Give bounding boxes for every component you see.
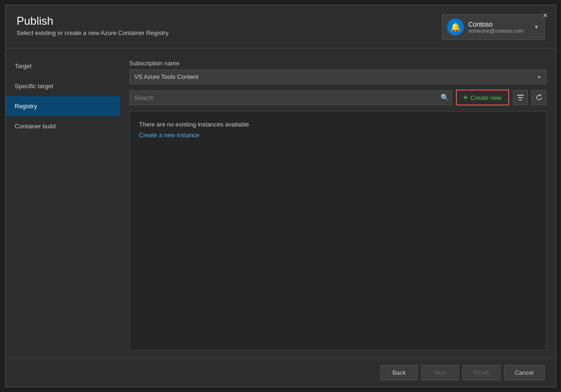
search-and-actions: 🔍 + Create new bbox=[129, 90, 547, 105]
footer: Back Next Finish Cancel bbox=[6, 358, 556, 387]
account-name: Contoso bbox=[469, 21, 529, 28]
svg-rect-1 bbox=[518, 97, 523, 98]
instances-panel: There are no existing instances availabl… bbox=[129, 111, 547, 350]
title-bar: Publish Select existing or create a new … bbox=[6, 5, 556, 44]
chevron-down-icon: ▼ bbox=[534, 24, 540, 30]
title-section: Publish Select existing or create a new … bbox=[17, 14, 169, 36]
sidebar-item-registry[interactable]: Registry bbox=[6, 96, 120, 116]
back-button[interactable]: Back bbox=[380, 365, 418, 380]
refresh-button[interactable] bbox=[532, 90, 547, 105]
search-icon-button[interactable]: 🔍 bbox=[440, 93, 449, 102]
svg-rect-2 bbox=[519, 99, 522, 100]
next-button[interactable]: Next bbox=[421, 365, 459, 380]
subscription-select[interactable]: VS Azure Tools Content bbox=[129, 70, 547, 84]
finish-button[interactable]: Finish bbox=[462, 365, 500, 380]
filter-button[interactable] bbox=[513, 90, 528, 105]
search-wrapper: 🔍 bbox=[129, 91, 452, 105]
plus-icon: + bbox=[463, 93, 468, 102]
no-instances-text: There are no existing instances availabl… bbox=[139, 121, 537, 128]
main-panel: Subscription name VS Azure Tools Content… bbox=[120, 52, 556, 358]
avatar: 🔔 bbox=[447, 19, 464, 35]
sidebar: Target Specific target Registry Containe… bbox=[6, 52, 120, 358]
sidebar-item-specific-target[interactable]: Specific target bbox=[6, 76, 120, 96]
account-info: Contoso someone@contoso.com bbox=[469, 21, 529, 34]
sidebar-item-container-build[interactable]: Container build bbox=[6, 116, 120, 136]
title-divider bbox=[6, 48, 556, 49]
subscription-label: Subscription name bbox=[129, 60, 547, 67]
cancel-button[interactable]: Cancel bbox=[504, 365, 544, 380]
publish-dialog: × Publish Select existing or create a ne… bbox=[5, 5, 556, 387]
account-email: someone@contoso.com bbox=[469, 28, 529, 34]
dialog-subtitle: Select existing or create a new Azure Co… bbox=[17, 29, 169, 36]
subscription-section: Subscription name VS Azure Tools Content bbox=[129, 60, 547, 84]
close-button[interactable]: × bbox=[539, 9, 552, 22]
content-area: Target Specific target Registry Containe… bbox=[6, 52, 556, 358]
svg-rect-0 bbox=[517, 95, 524, 96]
subscription-select-wrapper: VS Azure Tools Content bbox=[129, 70, 547, 84]
dialog-title: Publish bbox=[17, 14, 169, 28]
create-instance-link[interactable]: Create a new instance bbox=[139, 132, 537, 139]
account-section[interactable]: 🔔 Contoso someone@contoso.com ▼ bbox=[442, 14, 545, 40]
search-input[interactable] bbox=[129, 91, 452, 105]
sidebar-item-target[interactable]: Target bbox=[6, 56, 120, 76]
create-new-label: Create new bbox=[470, 94, 501, 101]
create-new-button[interactable]: + Create new bbox=[456, 90, 509, 105]
